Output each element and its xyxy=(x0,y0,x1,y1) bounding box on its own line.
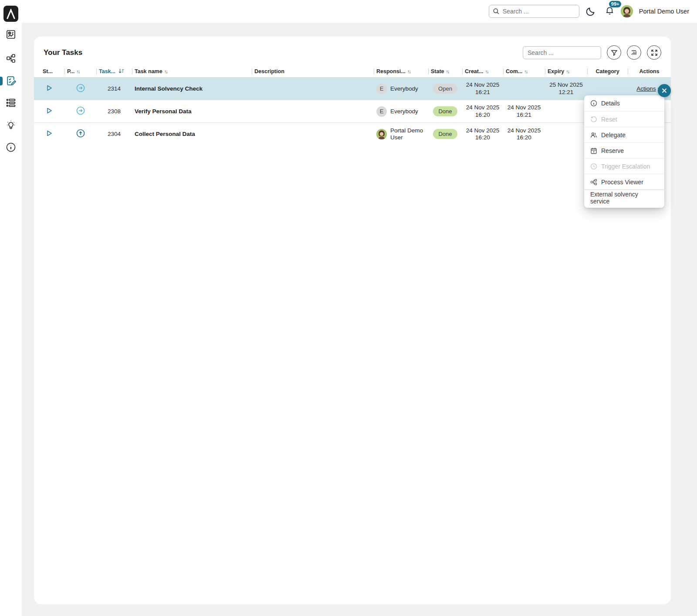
clock-icon xyxy=(590,163,597,170)
processes-icon xyxy=(5,53,17,64)
table-row[interactable]: 2304 Collect Personal Data Portal Demo U… xyxy=(34,123,671,146)
expand-button[interactable] xyxy=(647,45,661,60)
col-status[interactable]: St... xyxy=(34,66,64,78)
sidebar-item-info[interactable] xyxy=(0,139,22,156)
sort-icon: ↑↓ xyxy=(164,69,167,74)
play-icon xyxy=(45,107,53,115)
created-date: 24 Nov 202516:20 xyxy=(465,127,501,141)
col-task-name[interactable]: Task name↑↓ xyxy=(132,66,252,78)
play-icon xyxy=(45,129,53,137)
tasks-search-input[interactable] xyxy=(523,46,601,59)
task-description xyxy=(252,100,374,123)
task-number: 2304 xyxy=(96,123,132,146)
chart-button[interactable] xyxy=(627,45,641,60)
global-search xyxy=(489,5,579,18)
tasks-icon xyxy=(5,75,17,87)
sidebar-item-intelligence[interactable] xyxy=(0,116,22,134)
task-number: 2314 xyxy=(96,78,132,100)
notifications-button[interactable]: 99+ xyxy=(605,5,615,17)
task-description xyxy=(252,123,374,146)
state-badge: Done xyxy=(433,129,457,139)
sidebar xyxy=(0,0,22,616)
intelligence-icon xyxy=(5,119,17,131)
sidebar-item-cases[interactable] xyxy=(0,94,22,112)
sidebar-item-tasks[interactable] xyxy=(0,72,22,89)
col-description[interactable]: Description xyxy=(252,66,374,78)
active-nav-indicator xyxy=(0,77,3,85)
priority-cell xyxy=(64,123,96,146)
dark-mode-toggle[interactable] xyxy=(585,6,596,17)
task-description xyxy=(252,78,374,100)
sidebar-item-dashboard[interactable] xyxy=(0,26,22,43)
close-menu-button[interactable] xyxy=(658,84,671,97)
col-category[interactable]: Category xyxy=(587,66,628,78)
sort-icon: ↑↓ xyxy=(485,69,488,74)
play-icon xyxy=(45,84,53,92)
expiry-date: 25 Nov 202512:21 xyxy=(548,81,585,95)
process-viewer-icon xyxy=(590,179,597,186)
axon-ivy-logo[interactable] xyxy=(3,6,18,22)
filter-button[interactable] xyxy=(607,45,621,60)
menu-item-reserve[interactable]: Reserve xyxy=(584,142,664,158)
sort-desc-icon xyxy=(118,68,124,74)
completed-date: 24 Nov 202516:21 xyxy=(506,104,542,118)
priority-normal-icon xyxy=(76,83,85,93)
tasks-table: St... P...↑↓ Task... Task name↑↓ Descrip… xyxy=(34,66,671,146)
created-date: 24 Nov 202516:20 xyxy=(465,104,501,118)
col-priority[interactable]: P...↑↓ xyxy=(64,66,96,78)
table-row[interactable]: 2314 Internal Solvency Check E Everybody… xyxy=(34,78,671,100)
col-expiry[interactable]: Expiry↑↓ xyxy=(545,66,587,78)
task-name[interactable]: Collect Personal Data xyxy=(135,131,195,137)
global-search-input[interactable] xyxy=(489,5,579,18)
responsible-avatar: E xyxy=(376,84,387,94)
calendar-icon xyxy=(590,147,597,154)
dashboard-icon xyxy=(5,29,17,40)
col-completed[interactable]: Com...↑↓ xyxy=(503,66,545,78)
created-date: 24 Nov 202516:21 xyxy=(465,81,501,95)
cases-icon xyxy=(5,97,17,108)
notification-count-badge: 99+ xyxy=(609,1,622,7)
priority-cell xyxy=(64,78,96,100)
col-state[interactable]: State↑↓ xyxy=(428,66,462,78)
user-avatar[interactable] xyxy=(621,5,633,17)
filter-icon xyxy=(611,49,618,56)
sort-icon: ↑↓ xyxy=(524,69,527,74)
sort-icon: ↑↓ xyxy=(566,69,569,74)
start-task-button[interactable] xyxy=(34,123,64,146)
menu-item-external-solvency-service[interactable]: External solvency service xyxy=(584,190,664,205)
delegate-icon xyxy=(590,132,597,139)
sort-icon: ↑↓ xyxy=(446,69,449,74)
col-created[interactable]: Creat...↑↓ xyxy=(462,66,503,78)
menu-item-trigger-escalation: Trigger Escalation xyxy=(584,158,664,174)
search-icon xyxy=(493,8,500,17)
state-badge: Open xyxy=(433,84,457,94)
chart-icon xyxy=(631,49,638,56)
start-task-button[interactable] xyxy=(34,78,64,100)
priority-normal-icon xyxy=(76,106,85,115)
menu-item-details[interactable]: Details xyxy=(584,95,664,111)
col-responsible[interactable]: Responsi...↑↓ xyxy=(374,66,428,78)
state-badge: Done xyxy=(433,106,457,116)
page-title: Your Tasks xyxy=(44,48,82,57)
col-task-number[interactable]: Task... xyxy=(96,66,132,78)
responsible-avatar: E xyxy=(376,106,387,117)
col-actions: Actions xyxy=(628,66,671,78)
menu-item-delegate[interactable]: Delegate xyxy=(584,127,664,142)
start-task-button[interactable] xyxy=(34,100,64,123)
moon-icon xyxy=(585,6,596,17)
task-name[interactable]: Verify Personal Data xyxy=(135,108,192,115)
sidebar-item-processes[interactable] xyxy=(0,50,22,67)
tasks-card: Your Tasks S xyxy=(34,37,671,604)
completed-date: 24 Nov 202516:20 xyxy=(506,127,542,141)
task-name[interactable]: Internal Solvency Check xyxy=(135,85,203,92)
info-icon xyxy=(5,142,17,153)
menu-item-process-viewer[interactable]: Process Viewer xyxy=(584,174,664,190)
table-row[interactable]: 2308 Verify Personal Data E Everybody Do… xyxy=(34,100,671,123)
sort-icon: ↑↓ xyxy=(407,69,410,74)
info-circle-icon xyxy=(590,100,597,107)
user-name[interactable]: Portal Demo User xyxy=(639,8,689,15)
close-icon xyxy=(661,88,667,94)
responsible-avatar xyxy=(376,129,387,139)
expand-icon xyxy=(651,49,658,56)
task-responsible: E Everybody xyxy=(374,100,428,123)
